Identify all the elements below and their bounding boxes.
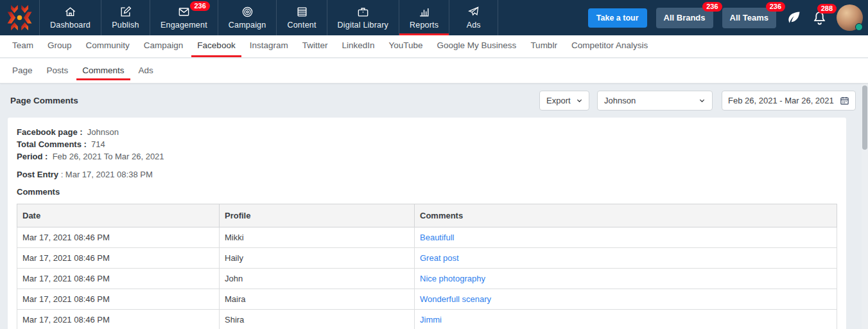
nav-digital-library[interactable]: Digital Library: [327, 0, 399, 35]
all-brands-label: All Brands: [664, 13, 706, 22]
comment-link[interactable]: Wonderfull scenary: [415, 289, 837, 310]
facebook-page-value: Johnson: [87, 127, 119, 137]
facebook-page-label: Facebook page :: [17, 127, 83, 137]
platform-tab-facebook[interactable]: Facebook: [191, 35, 241, 57]
main-nav: Dashboard Publish 236 Engagement Campaig…: [40, 0, 498, 35]
table-row: Mar 17, 2021 08:46 PM Maira Wonderfull s…: [17, 289, 837, 310]
cell-profile: Maira: [220, 289, 415, 310]
column-header-date: Date: [17, 204, 220, 227]
page-select[interactable]: Johnson: [597, 91, 713, 111]
date-range-value: Feb 26, 2021 - Mar 26, 2021: [728, 96, 834, 105]
period-label: Period :: [17, 152, 48, 161]
cell-date: Mar 17, 2021 08:46 PM: [17, 269, 220, 289]
summary-period: Period : Feb 26, 2021 To Mar 26, 2021: [17, 150, 837, 163]
bar-chart-icon: [418, 6, 430, 18]
nav-label: Dashboard: [50, 21, 91, 30]
total-comments-label: Total Comments :: [17, 139, 87, 149]
nav-dashboard[interactable]: Dashboard: [40, 0, 101, 35]
notifications-badge: 288: [817, 4, 837, 13]
cell-date: Mar 17, 2021 08:46 PM: [17, 248, 220, 269]
page-select-value: Johnson: [604, 96, 636, 105]
export-select[interactable]: Export: [539, 91, 589, 111]
topbar: Dashboard Publish 236 Engagement Campaig…: [0, 0, 868, 35]
topbar-right: Take a tour 236 All Brands 236 All Teams…: [588, 0, 868, 35]
post-entry-label: Post Entry: [17, 170, 58, 179]
table-row: Mar 17, 2021 08:46 PM Shira Jimmi: [17, 310, 837, 329]
platform-tab-instagram[interactable]: Instagram: [244, 35, 294, 57]
user-avatar[interactable]: [837, 4, 863, 31]
whats-new-button[interactable]: [785, 10, 802, 26]
app-logo[interactable]: [0, 0, 40, 35]
export-select-value: Export: [546, 96, 571, 105]
comment-link[interactable]: Nice photography: [415, 269, 837, 289]
logo-icon: [5, 3, 34, 32]
platform-tab-campaign[interactable]: Campaign: [138, 35, 189, 57]
section-tab-ads[interactable]: Ads: [133, 62, 159, 80]
content-area: Page Comments Export Johnson Feb 26, 202…: [0, 84, 868, 329]
platform-tab-twitter[interactable]: Twitter: [297, 35, 334, 57]
nav-content[interactable]: Content: [277, 0, 327, 35]
nav-ads[interactable]: Ads: [449, 0, 498, 35]
calendar-icon: [840, 96, 849, 105]
nav-label: Digital Library: [338, 21, 388, 30]
cell-date: Mar 17, 2021 08:46 PM: [17, 227, 220, 248]
section-tab-page[interactable]: Page: [6, 62, 39, 80]
platform-tab-team[interactable]: Team: [6, 35, 39, 57]
nav-engagement[interactable]: 236 Engagement: [150, 0, 218, 35]
platform-tab-youtube[interactable]: YouTube: [383, 35, 429, 57]
paper-plane-icon: [467, 6, 480, 18]
list-icon: [296, 6, 308, 18]
post-entry-value: : Mar 17, 2021 08:38 PM: [61, 170, 153, 179]
nav-label: Engagement: [161, 21, 207, 30]
nav-label: Content: [287, 21, 316, 30]
all-teams-label: All Teams: [730, 13, 768, 22]
cell-date: Mar 17, 2021 08:46 PM: [17, 289, 220, 310]
nav-campaign[interactable]: Campaign: [218, 0, 277, 35]
envelope-icon: [178, 6, 190, 18]
platform-nav: Team Group Community Campaign Facebook I…: [0, 35, 868, 58]
all-teams-badge: 236: [766, 2, 785, 12]
nav-reports[interactable]: Reports: [399, 0, 449, 35]
notifications-button[interactable]: 288: [811, 10, 828, 26]
comments-heading: Comments: [17, 186, 837, 198]
comment-link[interactable]: Great post: [415, 248, 837, 269]
platform-tab-competitor-analysis[interactable]: Competitor Analysis: [566, 35, 654, 57]
edit-icon: [119, 6, 132, 18]
post-entry-line: Post Entry : Mar 17, 2021 08:38 PM: [17, 168, 837, 181]
platform-tab-google-my-business[interactable]: Google My Business: [431, 35, 523, 57]
all-brands-badge: 236: [702, 2, 722, 12]
platform-tab-group[interactable]: Group: [42, 35, 78, 57]
nav-publish[interactable]: Publish: [101, 0, 150, 35]
nav-label: Reports: [410, 21, 438, 30]
date-range-picker[interactable]: Feb 26, 2021 - Mar 26, 2021: [722, 91, 856, 111]
home-icon: [64, 6, 76, 18]
target-icon: [241, 6, 254, 18]
all-brands-button[interactable]: 236 All Brands: [656, 8, 713, 28]
vertical-scrollbar-track[interactable]: [862, 84, 868, 329]
section-tab-posts[interactable]: Posts: [41, 62, 74, 80]
section-tab-comments[interactable]: Comments: [76, 62, 130, 80]
nav-label: Ads: [467, 21, 481, 30]
summary-total-comments: Total Comments : 714: [17, 138, 837, 150]
all-teams-button[interactable]: 236 All Teams: [722, 8, 776, 28]
chevron-down-icon: [699, 97, 706, 104]
total-comments-value: 714: [91, 139, 105, 149]
nav-label: Publish: [112, 21, 139, 30]
take-a-tour-button[interactable]: Take a tour: [588, 8, 647, 28]
cell-profile: Mikki: [220, 227, 415, 248]
comment-link[interactable]: Beautifull: [415, 227, 837, 248]
table-header-row: Date Profile Comments: [17, 204, 837, 227]
platform-tab-community[interactable]: Community: [80, 35, 135, 57]
cell-profile: John: [220, 269, 415, 289]
chevron-down-icon: [576, 97, 583, 104]
platform-tab-linkedin[interactable]: LinkedIn: [336, 35, 380, 57]
comments-table: Date Profile Comments Mar 17, 2021 08:46…: [17, 204, 837, 329]
comment-link[interactable]: Jimmi: [415, 310, 837, 329]
column-header-comments: Comments: [415, 204, 837, 227]
vertical-scrollbar-thumb[interactable]: [862, 85, 867, 150]
cell-profile: Shira: [220, 310, 415, 329]
briefcase-icon: [357, 6, 369, 18]
section-nav: Page Posts Comments Ads: [0, 58, 868, 84]
period-value: Feb 26, 2021 To Mar 26, 2021: [53, 152, 164, 161]
platform-tab-tumblr[interactable]: Tumblr: [525, 35, 563, 57]
